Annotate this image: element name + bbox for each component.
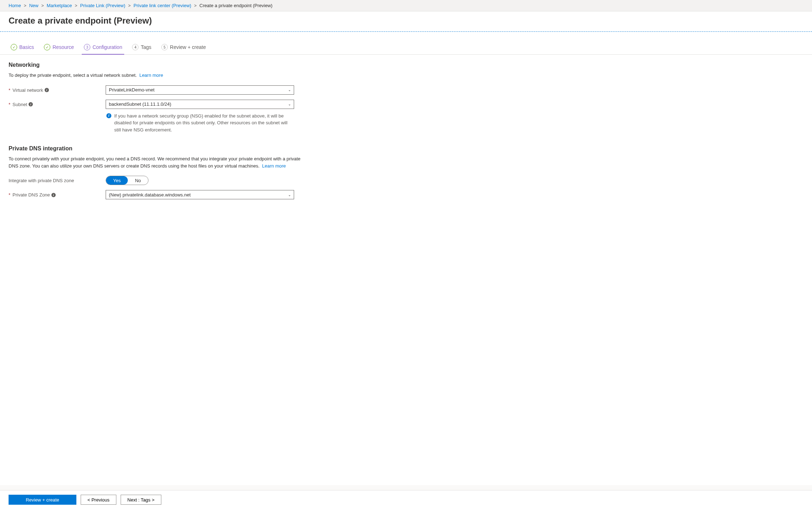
tab-review-create[interactable]: 5 Review + create <box>159 40 208 55</box>
subnet-note: i If you have a network security group (… <box>106 113 288 134</box>
tab-label: Basics <box>19 44 34 50</box>
dns-zone-selected-value: (New) privatelink.database.windows.net <box>109 192 191 198</box>
dns-zone-label: * Private DNS Zone i <box>9 190 106 198</box>
subnet-label: * Subnet i <box>9 100 106 107</box>
wizard-tabs: ✓ Basics ✓ Resource 3 Configuration 4 Ta… <box>0 40 812 55</box>
integrate-dns-toggle[interactable]: Yes No <box>106 176 148 185</box>
tab-label: Configuration <box>92 44 122 50</box>
required-indicator: * <box>9 102 10 107</box>
vnet-select[interactable]: PrivateLinkDemo-vnet ⌄ <box>106 85 294 95</box>
info-icon[interactable]: i <box>45 88 49 92</box>
chevron-down-icon: ⌄ <box>288 88 291 92</box>
breadcrumb-private-link[interactable]: Private Link (Preview) <box>80 3 125 8</box>
subnet-selected-value: backendSubnet (11.11.1.0/24) <box>109 101 171 107</box>
chevron-right-icon: > <box>194 3 197 8</box>
chevron-right-icon: > <box>128 3 131 8</box>
step-number-icon: 4 <box>132 44 138 50</box>
breadcrumb-marketplace[interactable]: Marketplace <box>47 3 72 8</box>
breadcrumb-current: Create a private endpoint (Preview) <box>200 3 273 8</box>
breadcrumb: Home > New > Marketplace > Private Link … <box>0 0 812 11</box>
required-indicator: * <box>9 88 10 93</box>
dns-learn-more-link[interactable]: Learn more <box>262 163 286 169</box>
subnet-select[interactable]: backendSubnet (11.11.1.0/24) ⌄ <box>106 100 294 109</box>
dns-section: Private DNS integration To connect priva… <box>0 138 321 199</box>
networking-description: To deploy the private endpoint, select a… <box>9 72 301 79</box>
required-indicator: * <box>9 192 10 198</box>
networking-section: Networking To deploy the private endpoin… <box>0 55 321 133</box>
dns-description: To connect privately with your private e… <box>9 155 301 169</box>
tab-configuration[interactable]: 3 Configuration <box>82 40 124 55</box>
integrate-dns-label: Integrate with private DNS zone <box>9 176 106 183</box>
breadcrumb-private-link-center[interactable]: Private link center (Preview) <box>133 3 191 8</box>
tab-resource[interactable]: ✓ Resource <box>42 40 76 55</box>
check-icon: ✓ <box>11 44 17 50</box>
breadcrumb-home[interactable]: Home <box>9 3 21 8</box>
networking-learn-more-link[interactable]: Learn more <box>139 73 163 78</box>
page-title: Create a private endpoint (Preview) <box>0 11 812 31</box>
vnet-selected-value: PrivateLinkDemo-vnet <box>109 87 155 93</box>
chevron-down-icon: ⌄ <box>288 193 291 197</box>
check-icon: ✓ <box>44 44 50 50</box>
dns-zone-select[interactable]: (New) privatelink.database.windows.net ⌄ <box>106 190 294 199</box>
toggle-no[interactable]: No <box>128 176 148 185</box>
info-icon[interactable]: i <box>51 193 56 197</box>
chevron-right-icon: > <box>75 3 77 8</box>
tab-basics[interactable]: ✓ Basics <box>9 40 36 55</box>
vnet-label: * Virtual network i <box>9 85 106 93</box>
tab-label: Review + create <box>170 44 206 50</box>
chevron-right-icon: > <box>24 3 26 8</box>
info-icon[interactable]: i <box>29 102 33 106</box>
tab-label: Tags <box>141 44 151 50</box>
dns-heading: Private DNS integration <box>9 145 313 152</box>
step-number-icon: 3 <box>84 44 90 50</box>
step-number-icon: 5 <box>161 44 168 50</box>
chevron-right-icon: > <box>41 3 44 8</box>
networking-heading: Networking <box>9 62 313 68</box>
toggle-yes[interactable]: Yes <box>106 176 128 185</box>
chevron-down-icon: ⌄ <box>288 102 291 106</box>
tab-label: Resource <box>52 44 74 50</box>
info-icon: i <box>106 113 111 118</box>
breadcrumb-new[interactable]: New <box>29 3 39 8</box>
tab-tags[interactable]: 4 Tags <box>130 40 153 55</box>
